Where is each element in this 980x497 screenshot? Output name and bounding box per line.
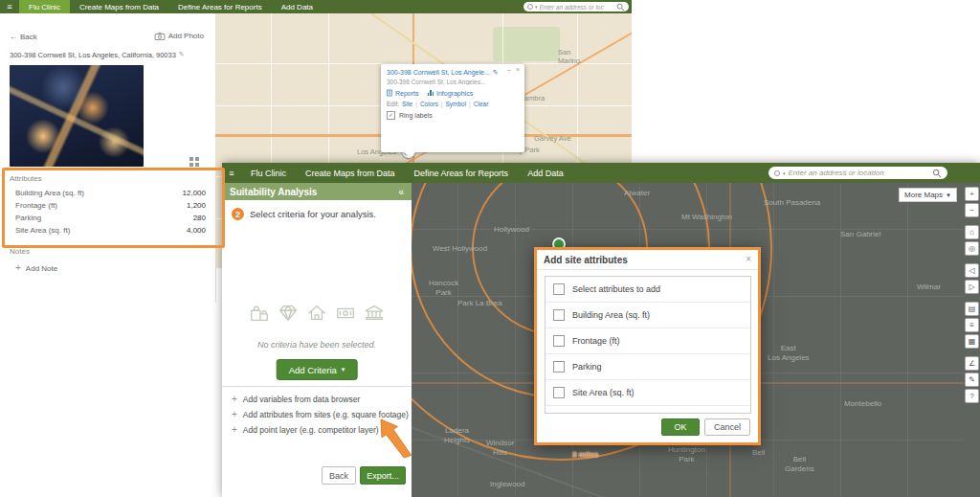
empty-state-text: No criteria have been selected. <box>222 340 412 350</box>
export-button[interactable]: Export... <box>360 466 406 485</box>
close-icon[interactable]: × <box>746 255 751 264</box>
ok-button[interactable]: OK <box>661 418 700 436</box>
basemap-button[interactable]: ▦ <box>965 334 979 349</box>
tab-flu-clinic[interactable]: Flu Clinic <box>19 0 70 13</box>
app-header: ≡ Flu ClinicCreate Maps from DataDefine … <box>222 163 980 183</box>
help-button[interactable]: ? <box>965 389 979 403</box>
layers-button[interactable]: ≡ <box>965 318 979 332</box>
add-criteria-button[interactable]: Add Criteria ▾ <box>277 359 358 380</box>
minimize-icon[interactable]: – <box>507 66 511 73</box>
back-arrow-icon: ← <box>10 33 17 41</box>
tab-define-areas-for-reports[interactable]: Define Areas for Reports <box>405 163 519 183</box>
dialog-row-select-attributes-to-add[interactable]: Select attributes to add <box>546 277 750 303</box>
checkbox-icon[interactable] <box>553 335 565 347</box>
draw-icon: ✎ <box>969 376 975 384</box>
back-button[interactable]: ← Back <box>10 33 37 41</box>
site-popup: – × 300-398 Cornwell St, Los Angele... ✎… <box>381 64 524 152</box>
home-icon: ⌂ <box>969 229 974 237</box>
previous-extent-button[interactable]: ◁ <box>965 263 979 278</box>
measure-button[interactable]: ∠ <box>965 356 979 371</box>
dialog-row-frontage-ft[interactable]: Frontage (ft) <box>546 328 750 354</box>
zoom-out-button[interactable]: − <box>965 203 979 217</box>
bank-icon <box>364 303 385 324</box>
edit-link-colors[interactable]: Colors <box>420 101 438 107</box>
checkbox-icon[interactable] <box>553 361 565 373</box>
edit-link-site[interactable]: Site <box>402 101 412 107</box>
annotation-arrow <box>375 414 415 463</box>
help-icon: ? <box>969 393 973 400</box>
address-text: 300-398 Cornwell St, Los Angeles, Califo… <box>10 51 176 59</box>
dialog-row-building-area-sq-ft[interactable]: Building Area (sq. ft) <box>546 303 750 328</box>
locate-button[interactable]: ◎ <box>965 241 979 256</box>
annotation-highlight-attributes <box>2 168 225 248</box>
menu-icon[interactable]: ≡ <box>222 163 241 183</box>
edit-pencil-icon[interactable]: ✎ <box>179 51 185 59</box>
tab-flu-clinic[interactable]: Flu Clinic <box>241 163 296 183</box>
checkbox-icon[interactable] <box>553 283 565 295</box>
add-note-label: Add Note <box>26 264 57 273</box>
menu-icon[interactable]: ≡ <box>0 0 19 13</box>
map-label-south-pasadena: South Pasadena <box>764 198 820 208</box>
panel-link-add-variables-from-data-browser[interactable]: +Add variables from data browser <box>232 392 410 407</box>
bookmarks-button[interactable]: ▤ <box>965 302 979 316</box>
add-photo-button[interactable]: Add Photo <box>154 32 204 40</box>
more-maps-button[interactable]: More Maps ▼ <box>899 188 957 202</box>
caret-down-icon: ▾ <box>342 366 345 373</box>
chevron-down-icon: ▾ <box>535 4 538 10</box>
edit-pencil-icon[interactable]: ✎ <box>493 69 499 77</box>
edit-link-symbol[interactable]: Symbol <box>445 101 466 107</box>
dialog-row-site-area-sq-ft[interactable]: Site Area (sq. ft) <box>546 380 750 406</box>
panel-link-label: Add variables from data browser <box>243 395 360 404</box>
cancel-button[interactable]: Cancel <box>704 418 750 436</box>
site-photo[interactable] <box>10 65 144 167</box>
search-input[interactable]: ▾ Enter an address or location <box>768 167 947 179</box>
draw-button[interactable]: ✎ <box>965 373 979 387</box>
map-label-bell: Bell <box>752 448 765 458</box>
infographics-link[interactable]: Infographics <box>428 90 474 97</box>
search-input[interactable]: ▾ Enter an address or loc <box>523 2 629 11</box>
plus-icon: + <box>15 263 21 273</box>
tab-add-data[interactable]: Add Data <box>272 0 323 13</box>
edit-link-clear[interactable]: Clear <box>474 101 489 107</box>
location-pin-icon <box>774 170 780 176</box>
reports-link[interactable]: Reports <box>387 89 419 97</box>
back-label: Back <box>20 33 37 41</box>
close-icon[interactable]: × <box>516 66 520 73</box>
locate-icon: ◎ <box>969 245 975 253</box>
separator: | <box>469 101 471 107</box>
collapse-panel-icon[interactable]: « <box>398 187 404 197</box>
zoom-in-button[interactable]: + <box>965 187 979 201</box>
dialog-row-label: Select attributes to add <box>572 284 660 294</box>
dialog-row-label: Frontage (ft) <box>572 336 620 346</box>
tab-add-data[interactable]: Add Data <box>518 163 573 183</box>
panel-header: Suitability Analysis « <box>222 183 412 200</box>
map-label-san-marino: San Marino <box>558 48 580 65</box>
search-placeholder: Enter an address or loc <box>540 4 604 11</box>
camera-icon <box>154 32 166 40</box>
popup-title[interactable]: 300-398 Cornwell St, Los Angele... <box>387 69 490 77</box>
home-button[interactable]: ⌂ <box>965 225 979 239</box>
criteria-category-icons <box>222 303 412 324</box>
map-label-hollywood: Hollywood <box>494 225 529 235</box>
checkbox-icon[interactable] <box>553 309 565 321</box>
next-extent-button[interactable]: ▷ <box>965 280 979 294</box>
tab-bar: Flu ClinicCreate Maps from DataDefine Ar… <box>19 0 323 13</box>
popup-subtitle: 300-398 Cornwell St, Los Angeles... <box>387 79 519 85</box>
map-label-hancock-park: Hancock Park <box>429 279 458 297</box>
tab-create-maps-from-data[interactable]: Create Maps from Data <box>296 163 405 183</box>
grid-view-icon[interactable] <box>189 157 193 161</box>
dialog-row-label: Parking <box>572 362 602 372</box>
ring-labels-checkbox[interactable]: ✓ <box>387 111 395 120</box>
dialog-row-parking[interactable]: Parking <box>546 354 750 380</box>
window-suitability-analysis: ≡ Flu ClinicCreate Maps from DataDefine … <box>222 163 980 497</box>
map-label-inglewood: Inglewood <box>490 480 524 489</box>
tab-create-maps-from-data[interactable]: Create Maps from Data <box>70 0 168 13</box>
bar-chart-icon <box>428 90 434 96</box>
step-instruction: Select criteria for your analysis. <box>250 209 376 219</box>
back-button[interactable]: Back <box>322 466 356 485</box>
tab-define-areas-for-reports[interactable]: Define Areas for Reports <box>168 0 272 13</box>
basemap-icon: ▦ <box>969 338 976 346</box>
add-note-button[interactable]: + Add Note <box>15 263 57 273</box>
previous-extent-icon: ◁ <box>969 267 974 275</box>
checkbox-icon[interactable] <box>553 387 565 398</box>
